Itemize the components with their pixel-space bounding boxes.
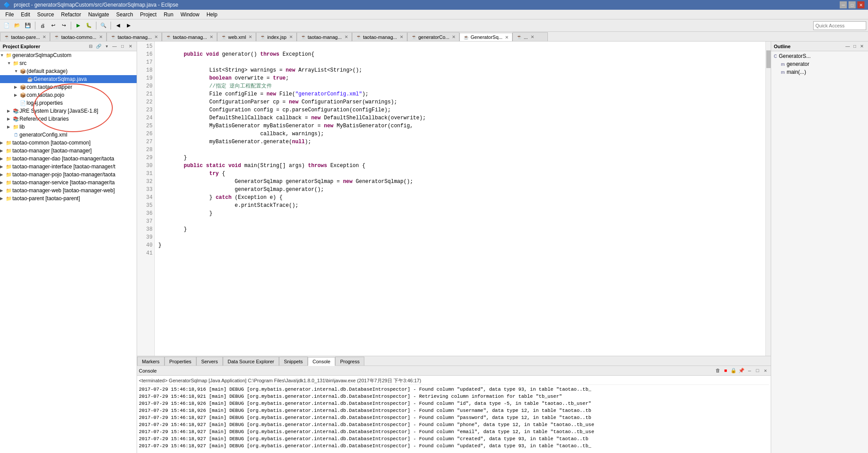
redo-button[interactable]: ↪ bbox=[59, 21, 69, 30]
editor-tab-6[interactable]: ☕taotao-manag...✕ bbox=[297, 32, 352, 41]
undo-button[interactable]: ↩ bbox=[48, 21, 58, 30]
maximize-button[interactable]: □ bbox=[849, 1, 856, 8]
menu-window[interactable]: Window bbox=[177, 11, 203, 19]
tree-item-5[interactable]: ▶📦com.taotao.pojo bbox=[0, 91, 137, 99]
tab-icon-0: ☕ bbox=[4, 34, 9, 39]
bottom-tab-3[interactable]: Data Source Explorer bbox=[223, 357, 279, 365]
line-number-19: 19 bbox=[137, 74, 153, 82]
quick-access-input[interactable] bbox=[813, 21, 866, 30]
tree-item-3[interactable]: ☕GeneratorSqlmap.java bbox=[0, 75, 137, 83]
code-line-8: Configuration config = cp.parseConfigura… bbox=[158, 106, 762, 114]
editor-tab-0[interactable]: ☕taotao-pare...✕ bbox=[0, 32, 50, 41]
tree-item-11[interactable]: ▶📁taotao-common [taotao-common] bbox=[0, 139, 137, 147]
bottom-tab-4[interactable]: Snippets bbox=[279, 357, 308, 365]
tab-close-7[interactable]: ✕ bbox=[400, 34, 403, 39]
minimize-panel-icon[interactable]: — bbox=[111, 43, 118, 50]
collapse-all-icon[interactable]: ⊟ bbox=[87, 43, 94, 50]
tree-item-8[interactable]: ▶📚Referenced Libraries bbox=[0, 115, 137, 123]
editor-tab-4[interactable]: ☕web.xml✕ bbox=[217, 32, 256, 41]
minimize-button[interactable]: ─ bbox=[840, 1, 847, 8]
editor-tab-2[interactable]: ☕taotao-manag...✕ bbox=[107, 32, 162, 41]
tree-item-0[interactable]: ▼📁generatorSqlmapCustom bbox=[0, 51, 137, 59]
tree-item-1[interactable]: ▼📁src bbox=[0, 59, 137, 67]
tree-item-10[interactable]: 🗒generatorConfig.xml bbox=[0, 131, 137, 139]
editor-tab-5[interactable]: ☕index.jsp✕ bbox=[256, 32, 296, 41]
maximize-bottom-icon[interactable]: □ bbox=[754, 367, 761, 374]
editor-tab-3[interactable]: ☕taotao-manag...✕ bbox=[162, 32, 217, 41]
editor-tab-10[interactable]: ☕...✕ bbox=[512, 32, 548, 41]
tab-close-6[interactable]: ✕ bbox=[344, 34, 348, 39]
search-toolbar-button[interactable]: 🔍 bbox=[99, 21, 108, 30]
terminate-icon[interactable]: ■ bbox=[722, 367, 729, 374]
run-button[interactable]: ▶ bbox=[73, 21, 83, 30]
menu-file[interactable]: File bbox=[2, 11, 17, 19]
tab-close-3[interactable]: ✕ bbox=[210, 34, 213, 39]
menu-source[interactable]: Source bbox=[34, 11, 57, 19]
tree-item-2[interactable]: ▼📦(default package) bbox=[0, 67, 137, 75]
tab-close-1[interactable]: ✕ bbox=[99, 34, 103, 39]
tab-close-2[interactable]: ✕ bbox=[154, 34, 158, 39]
editor-tab-1[interactable]: ☕taotao-commo...✕ bbox=[50, 32, 106, 41]
minimize-bottom-icon[interactable]: — bbox=[746, 367, 753, 374]
editor-tab-8[interactable]: ☕generatorCo...✕ bbox=[407, 32, 459, 41]
code-area[interactable]: public void generator() throws Exception… bbox=[155, 42, 765, 356]
tree-item-6[interactable]: 📄log4j.properties bbox=[0, 99, 137, 107]
outline-minimize-icon[interactable]: — bbox=[844, 43, 851, 50]
tree-item-14[interactable]: ▶📁taotao-manager-interface [taotao-manag… bbox=[0, 163, 137, 171]
outline-item-1[interactable]: mgenerator bbox=[772, 60, 867, 68]
editor-tab-9[interactable]: ☕GeneratorSq...✕ bbox=[459, 33, 512, 42]
menu-run[interactable]: Run bbox=[160, 11, 177, 19]
tab-close-9[interactable]: ✕ bbox=[505, 35, 509, 40]
maximize-panel-icon[interactable]: □ bbox=[119, 43, 126, 50]
view-menu-icon[interactable]: ▾ bbox=[103, 43, 110, 50]
save-button[interactable]: 💾 bbox=[23, 21, 33, 30]
debug-button[interactable]: 🐛 bbox=[84, 21, 94, 30]
close-panel-icon[interactable]: ✕ bbox=[127, 43, 134, 50]
tree-item-9[interactable]: ▶📁lib bbox=[0, 123, 137, 131]
tab-close-0[interactable]: ✕ bbox=[42, 34, 46, 39]
link-editor-icon[interactable]: 🔗 bbox=[95, 43, 102, 50]
outline-maximize-icon[interactable]: □ bbox=[851, 43, 858, 50]
tree-item-15[interactable]: ▶📁taotao-manager-pojo [taotao-manager/ta… bbox=[0, 171, 137, 179]
menu-search[interactable]: Search bbox=[113, 11, 137, 19]
console-scroll-lock-icon[interactable]: 🔒 bbox=[730, 367, 737, 374]
menu-navigate[interactable]: Navigate bbox=[84, 11, 112, 19]
tree-item-18[interactable]: ▶📁taotao-parent [taotao-parent] bbox=[0, 194, 137, 202]
open-button[interactable]: 📂 bbox=[12, 21, 22, 30]
menu-edit[interactable]: Edit bbox=[17, 11, 34, 19]
tab-close-5[interactable]: ✕ bbox=[289, 34, 293, 39]
outline-item-2[interactable]: mmain(...) bbox=[772, 68, 867, 76]
outline-icon-0: C bbox=[774, 54, 777, 59]
bottom-tab-1[interactable]: Properties bbox=[164, 357, 196, 365]
tree-item-7[interactable]: ▶📚JRE System Library [JavaSE-1.8] bbox=[0, 107, 137, 115]
tab-close-8[interactable]: ✕ bbox=[452, 34, 455, 39]
code-line-7: ConfigurationParser cp = new Configurati… bbox=[158, 98, 762, 106]
back-button[interactable]: ◀ bbox=[113, 21, 123, 30]
bottom-tab-0[interactable]: Markers bbox=[137, 357, 164, 365]
console-pin-icon[interactable]: 📌 bbox=[738, 367, 745, 374]
tab-close-10[interactable]: ✕ bbox=[531, 34, 534, 39]
print-button[interactable]: 🖨 bbox=[38, 21, 47, 30]
tree-item-4[interactable]: ▶📦com.taotao.mapper bbox=[0, 83, 137, 91]
tree-item-12[interactable]: ▶📁taotao-manager [taotao-manager] bbox=[0, 147, 137, 155]
tree-item-13[interactable]: ▶📁taotao-manager-dao [taotao-manager/tao… bbox=[0, 155, 137, 163]
editor-tab-7[interactable]: ☕taotao-manag...✕ bbox=[352, 32, 407, 41]
menu-help[interactable]: Help bbox=[203, 11, 221, 19]
new-button[interactable]: 📄 bbox=[2, 21, 11, 30]
bottom-tab-2[interactable]: Servers bbox=[196, 357, 223, 365]
menu-project[interactable]: Project bbox=[137, 11, 160, 19]
scrollbar-thumb[interactable] bbox=[766, 50, 771, 68]
tab-close-4[interactable]: ✕ bbox=[249, 34, 252, 39]
vertical-scrollbar[interactable] bbox=[765, 42, 771, 356]
tree-item-17[interactable]: ▶📁taotao-manager-web [taotao-manager-web… bbox=[0, 187, 137, 194]
outline-close-icon[interactable]: ✕ bbox=[858, 43, 865, 50]
bottom-tab-6[interactable]: Progress bbox=[335, 357, 364, 365]
clear-console-icon[interactable]: 🗑 bbox=[714, 367, 721, 374]
forward-button[interactable]: ▶ bbox=[124, 21, 134, 30]
tree-item-16[interactable]: ▶📁taotao-manager-service [taotao-manager… bbox=[0, 179, 137, 187]
bottom-tab-5[interactable]: Console bbox=[308, 357, 335, 366]
close-bottom-icon[interactable]: ✕ bbox=[762, 367, 769, 374]
outline-item-0[interactable]: CGeneratorS... bbox=[772, 52, 867, 60]
menu-refactor[interactable]: Refactor bbox=[57, 11, 84, 19]
close-button[interactable]: ✕ bbox=[857, 1, 864, 8]
